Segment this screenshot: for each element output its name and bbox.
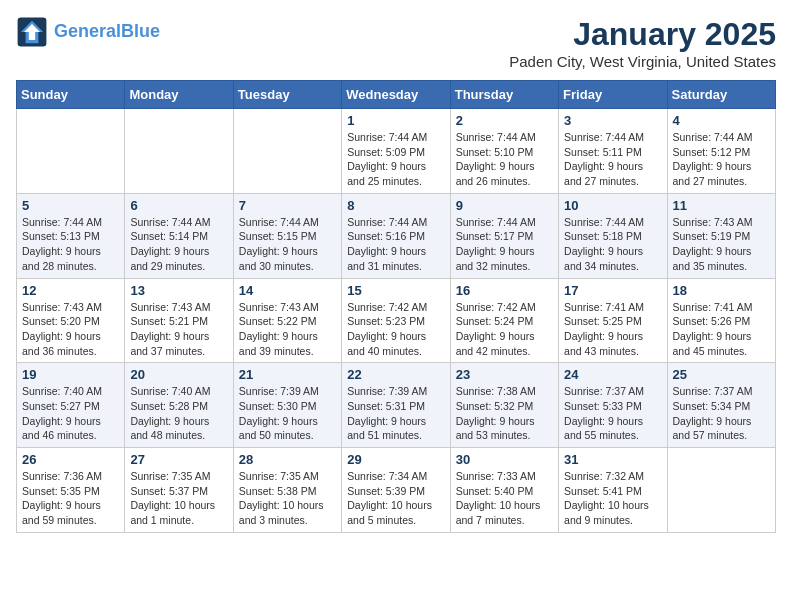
day-info: Sunrise: 7:39 AM Sunset: 5:31 PM Dayligh…	[347, 384, 444, 443]
day-info: Sunrise: 7:37 AM Sunset: 5:33 PM Dayligh…	[564, 384, 661, 443]
day-number: 30	[456, 452, 553, 467]
weekday-header-thursday: Thursday	[450, 81, 558, 109]
calendar-title: January 2025	[509, 16, 776, 53]
logo-line1: General	[54, 21, 121, 41]
day-info: Sunrise: 7:42 AM Sunset: 5:23 PM Dayligh…	[347, 300, 444, 359]
day-number: 26	[22, 452, 119, 467]
day-number: 13	[130, 283, 227, 298]
day-number: 9	[456, 198, 553, 213]
calendar-cell: 11Sunrise: 7:43 AM Sunset: 5:19 PM Dayli…	[667, 193, 775, 278]
weekday-header-row: SundayMondayTuesdayWednesdayThursdayFrid…	[17, 81, 776, 109]
day-info: Sunrise: 7:37 AM Sunset: 5:34 PM Dayligh…	[673, 384, 770, 443]
day-info: Sunrise: 7:32 AM Sunset: 5:41 PM Dayligh…	[564, 469, 661, 528]
day-info: Sunrise: 7:33 AM Sunset: 5:40 PM Dayligh…	[456, 469, 553, 528]
day-number: 4	[673, 113, 770, 128]
calendar-cell: 16Sunrise: 7:42 AM Sunset: 5:24 PM Dayli…	[450, 278, 558, 363]
day-number: 15	[347, 283, 444, 298]
calendar-cell: 17Sunrise: 7:41 AM Sunset: 5:25 PM Dayli…	[559, 278, 667, 363]
day-info: Sunrise: 7:44 AM Sunset: 5:16 PM Dayligh…	[347, 215, 444, 274]
day-info: Sunrise: 7:39 AM Sunset: 5:30 PM Dayligh…	[239, 384, 336, 443]
weekday-header-sunday: Sunday	[17, 81, 125, 109]
calendar-cell: 1Sunrise: 7:44 AM Sunset: 5:09 PM Daylig…	[342, 109, 450, 194]
day-info: Sunrise: 7:44 AM Sunset: 5:11 PM Dayligh…	[564, 130, 661, 189]
day-info: Sunrise: 7:44 AM Sunset: 5:14 PM Dayligh…	[130, 215, 227, 274]
calendar-cell: 2Sunrise: 7:44 AM Sunset: 5:10 PM Daylig…	[450, 109, 558, 194]
logo: GeneralBlue	[16, 16, 160, 48]
calendar-cell: 19Sunrise: 7:40 AM Sunset: 5:27 PM Dayli…	[17, 363, 125, 448]
day-number: 21	[239, 367, 336, 382]
day-info: Sunrise: 7:44 AM Sunset: 5:15 PM Dayligh…	[239, 215, 336, 274]
calendar-cell: 14Sunrise: 7:43 AM Sunset: 5:22 PM Dayli…	[233, 278, 341, 363]
day-number: 27	[130, 452, 227, 467]
day-number: 20	[130, 367, 227, 382]
calendar-cell	[233, 109, 341, 194]
logo-text: GeneralBlue	[54, 22, 160, 42]
day-info: Sunrise: 7:44 AM Sunset: 5:13 PM Dayligh…	[22, 215, 119, 274]
day-info: Sunrise: 7:42 AM Sunset: 5:24 PM Dayligh…	[456, 300, 553, 359]
calendar-week-row: 26Sunrise: 7:36 AM Sunset: 5:35 PM Dayli…	[17, 448, 776, 533]
calendar-cell: 18Sunrise: 7:41 AM Sunset: 5:26 PM Dayli…	[667, 278, 775, 363]
calendar-cell: 9Sunrise: 7:44 AM Sunset: 5:17 PM Daylig…	[450, 193, 558, 278]
day-number: 14	[239, 283, 336, 298]
calendar-cell	[667, 448, 775, 533]
calendar-cell: 22Sunrise: 7:39 AM Sunset: 5:31 PM Dayli…	[342, 363, 450, 448]
day-number: 22	[347, 367, 444, 382]
day-number: 8	[347, 198, 444, 213]
calendar-cell: 29Sunrise: 7:34 AM Sunset: 5:39 PM Dayli…	[342, 448, 450, 533]
title-block: January 2025 Paden City, West Virginia, …	[509, 16, 776, 70]
calendar-week-row: 1Sunrise: 7:44 AM Sunset: 5:09 PM Daylig…	[17, 109, 776, 194]
day-number: 16	[456, 283, 553, 298]
calendar-cell: 7Sunrise: 7:44 AM Sunset: 5:15 PM Daylig…	[233, 193, 341, 278]
day-info: Sunrise: 7:35 AM Sunset: 5:38 PM Dayligh…	[239, 469, 336, 528]
calendar-week-row: 5Sunrise: 7:44 AM Sunset: 5:13 PM Daylig…	[17, 193, 776, 278]
day-info: Sunrise: 7:43 AM Sunset: 5:22 PM Dayligh…	[239, 300, 336, 359]
calendar-cell: 31Sunrise: 7:32 AM Sunset: 5:41 PM Dayli…	[559, 448, 667, 533]
day-number: 6	[130, 198, 227, 213]
calendar-cell: 8Sunrise: 7:44 AM Sunset: 5:16 PM Daylig…	[342, 193, 450, 278]
day-info: Sunrise: 7:44 AM Sunset: 5:09 PM Dayligh…	[347, 130, 444, 189]
calendar-body: 1Sunrise: 7:44 AM Sunset: 5:09 PM Daylig…	[17, 109, 776, 533]
day-info: Sunrise: 7:34 AM Sunset: 5:39 PM Dayligh…	[347, 469, 444, 528]
calendar-cell: 6Sunrise: 7:44 AM Sunset: 5:14 PM Daylig…	[125, 193, 233, 278]
weekday-header-wednesday: Wednesday	[342, 81, 450, 109]
calendar-cell: 21Sunrise: 7:39 AM Sunset: 5:30 PM Dayli…	[233, 363, 341, 448]
calendar-cell: 24Sunrise: 7:37 AM Sunset: 5:33 PM Dayli…	[559, 363, 667, 448]
calendar-week-row: 19Sunrise: 7:40 AM Sunset: 5:27 PM Dayli…	[17, 363, 776, 448]
day-info: Sunrise: 7:36 AM Sunset: 5:35 PM Dayligh…	[22, 469, 119, 528]
calendar-table: SundayMondayTuesdayWednesdayThursdayFrid…	[16, 80, 776, 533]
day-number: 12	[22, 283, 119, 298]
day-number: 1	[347, 113, 444, 128]
day-number: 28	[239, 452, 336, 467]
day-number: 25	[673, 367, 770, 382]
calendar-cell	[17, 109, 125, 194]
calendar-cell: 15Sunrise: 7:42 AM Sunset: 5:23 PM Dayli…	[342, 278, 450, 363]
day-number: 24	[564, 367, 661, 382]
logo-icon	[16, 16, 48, 48]
day-number: 19	[22, 367, 119, 382]
day-number: 10	[564, 198, 661, 213]
day-info: Sunrise: 7:40 AM Sunset: 5:28 PM Dayligh…	[130, 384, 227, 443]
calendar-cell: 28Sunrise: 7:35 AM Sunset: 5:38 PM Dayli…	[233, 448, 341, 533]
calendar-cell: 10Sunrise: 7:44 AM Sunset: 5:18 PM Dayli…	[559, 193, 667, 278]
calendar-cell: 20Sunrise: 7:40 AM Sunset: 5:28 PM Dayli…	[125, 363, 233, 448]
day-info: Sunrise: 7:38 AM Sunset: 5:32 PM Dayligh…	[456, 384, 553, 443]
weekday-header-friday: Friday	[559, 81, 667, 109]
calendar-subtitle: Paden City, West Virginia, United States	[509, 53, 776, 70]
day-number: 11	[673, 198, 770, 213]
day-number: 2	[456, 113, 553, 128]
day-info: Sunrise: 7:35 AM Sunset: 5:37 PM Dayligh…	[130, 469, 227, 528]
day-info: Sunrise: 7:44 AM Sunset: 5:10 PM Dayligh…	[456, 130, 553, 189]
logo-line2: Blue	[121, 21, 160, 41]
day-number: 18	[673, 283, 770, 298]
page-header: GeneralBlue January 2025 Paden City, Wes…	[16, 16, 776, 70]
day-info: Sunrise: 7:41 AM Sunset: 5:26 PM Dayligh…	[673, 300, 770, 359]
calendar-cell: 4Sunrise: 7:44 AM Sunset: 5:12 PM Daylig…	[667, 109, 775, 194]
day-number: 23	[456, 367, 553, 382]
day-number: 17	[564, 283, 661, 298]
calendar-cell: 25Sunrise: 7:37 AM Sunset: 5:34 PM Dayli…	[667, 363, 775, 448]
calendar-cell	[125, 109, 233, 194]
calendar-cell: 13Sunrise: 7:43 AM Sunset: 5:21 PM Dayli…	[125, 278, 233, 363]
calendar-cell: 26Sunrise: 7:36 AM Sunset: 5:35 PM Dayli…	[17, 448, 125, 533]
day-info: Sunrise: 7:40 AM Sunset: 5:27 PM Dayligh…	[22, 384, 119, 443]
weekday-header-saturday: Saturday	[667, 81, 775, 109]
